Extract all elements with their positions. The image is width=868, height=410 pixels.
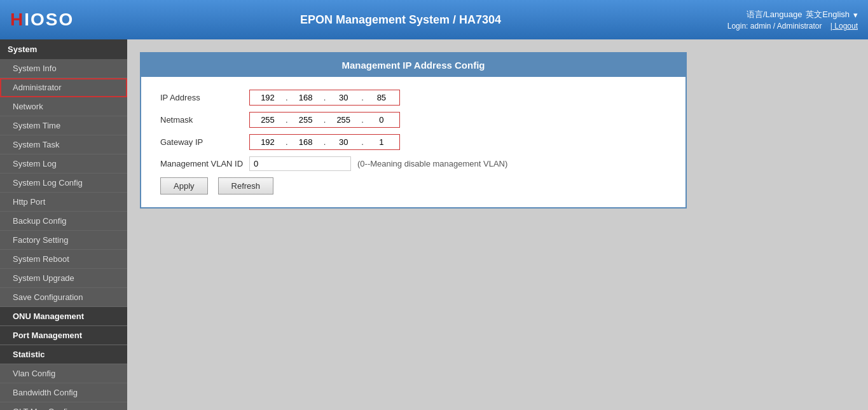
ip-octet-1[interactable] [251,92,284,104]
sidebar-item-system-reboot[interactable]: System Reboot [0,250,127,269]
sidebar-item-vlan-config[interactable]: Vlan Config [0,364,127,383]
nm-dot-3: . [360,115,365,125]
sidebar-item-olt-mac-config[interactable]: OLT Mac Config [0,402,127,410]
vlan-row: Management VLAN ID (0--Meaning disable m… [160,156,666,171]
nm-octet-2[interactable] [289,114,322,126]
gw-dot-3: . [360,137,365,147]
sidebar-item-bandwidth-config[interactable]: Bandwidth Config [0,383,127,402]
header-title: EPON Management System / HA7304 [74,13,727,27]
language-dropdown[interactable]: 英文English [806,9,850,20]
config-box-title: Management IP Address Config [141,53,685,77]
ip-address-label: IP Address [160,93,249,102]
netmask-label: Netmask [160,115,249,125]
nm-octet-3[interactable] [327,114,360,126]
gw-octet-3[interactable] [327,136,360,148]
logo-rest: IOSO [24,10,74,29]
logo-text: HIOSO [10,10,74,30]
ip-octet-3[interactable] [327,92,360,104]
sidebar-item-system-task[interactable]: System Task [0,135,127,154]
logo-h: H [10,10,24,29]
sidebar-item-backup-config[interactable]: Backup Config [0,212,127,231]
gw-octet-4[interactable] [365,136,398,148]
sidebar-section-port-management[interactable]: Port Management [0,326,127,345]
sidebar-section-statistic[interactable]: Statistic [0,345,127,364]
sidebar-item-factory-setting[interactable]: Factory Setting [0,231,127,250]
sidebar-item-system-time[interactable]: System Time [0,116,127,135]
vlan-label: Management VLAN ID [160,159,249,168]
login-bar: Login: admin / Administrator | Logout [727,22,858,31]
sidebar: System System Info Administrator Network… [0,39,127,410]
ip-dot-3: . [360,93,365,102]
nm-octet-1[interactable] [251,114,284,126]
gw-octet-2[interactable] [289,136,322,148]
refresh-button[interactable]: Refresh [218,177,274,195]
main-layout: System System Info Administrator Network… [0,39,868,410]
netmask-row: Netmask . . . [160,112,666,128]
gw-dot-1: . [284,137,289,147]
sidebar-item-save-configuration[interactable]: Save Configuration [0,288,127,307]
sidebar-section-onu-management[interactable]: ONU Management [0,307,127,326]
sidebar-item-system-upgrade[interactable]: System Upgrade [0,269,127,288]
content-area: Management IP Address Config IP Address … [127,39,868,410]
sidebar-item-system-log-config[interactable]: System Log Config [0,174,127,193]
ip-octet-4[interactable] [365,92,398,104]
header-right: 语言/Language 英文English ▾ Login: admin / A… [727,9,858,31]
sidebar-item-system-info[interactable]: System Info [0,59,127,78]
sidebar-section-system: System [0,39,127,59]
sidebar-item-administrator[interactable]: Administrator [0,78,127,97]
logout-link[interactable]: | Logout [830,22,858,31]
config-box-body: IP Address . . . Netmask [141,77,685,207]
config-box: Management IP Address Config IP Address … [140,52,687,208]
language-bar: 语言/Language 英文English ▾ [747,9,858,20]
ip-dot-1: . [284,93,289,102]
ip-address-group: . . . [249,90,400,106]
vlan-hint: (0--Meaning disable management VLAN) [357,159,507,168]
sidebar-item-http-port[interactable]: Http Port [0,193,127,212]
gw-dot-2: . [322,137,327,147]
apply-button[interactable]: Apply [160,177,208,195]
gateway-row: Gateway IP . . . [160,134,666,150]
login-text: Login: admin / Administrator [727,22,822,31]
nm-octet-4[interactable] [365,114,398,126]
ip-octet-2[interactable] [289,92,322,104]
gateway-group: . . . [249,134,400,150]
gw-octet-1[interactable] [251,136,284,148]
ip-address-row: IP Address . . . [160,90,666,106]
gateway-label: Gateway IP [160,137,249,147]
dropdown-arrow-icon: ▾ [853,10,858,20]
ip-dot-2: . [322,93,327,102]
language-label: 语言/Language [747,9,802,20]
nm-dot-1: . [284,115,289,125]
button-row: Apply Refresh [160,177,666,195]
sidebar-item-network[interactable]: Network [0,97,127,116]
vlan-input[interactable] [249,156,351,171]
logo: HIOSO [10,10,74,30]
netmask-group: . . . [249,112,400,128]
sidebar-item-system-log[interactable]: System Log [0,154,127,174]
header: HIOSO EPON Management System / HA7304 语言… [0,0,868,39]
nm-dot-2: . [322,115,327,125]
